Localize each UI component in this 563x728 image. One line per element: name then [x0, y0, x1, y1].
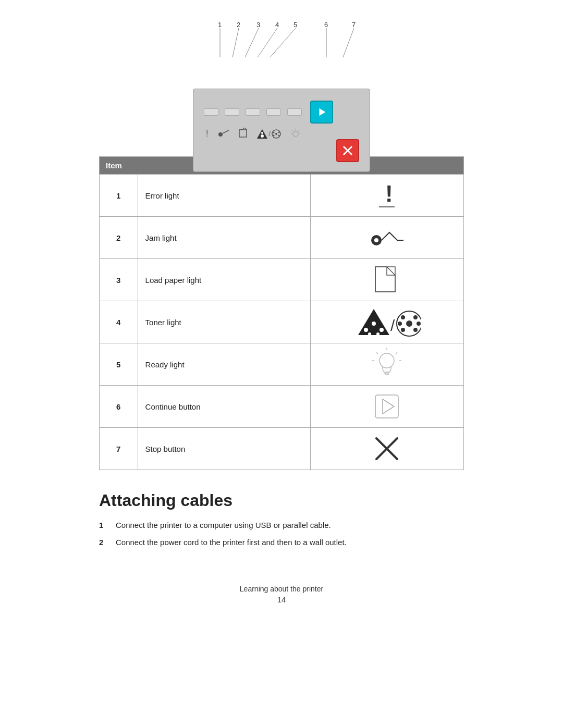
svg-marker-57	[383, 399, 394, 414]
row-icon	[310, 343, 463, 386]
svg-point-12	[261, 132, 263, 134]
svg-text:!: !	[385, 181, 393, 206]
row-icon: !	[310, 175, 463, 217]
svg-point-36	[380, 328, 384, 332]
row-label: Load paper light	[138, 259, 310, 301]
row-label: Continue button	[138, 386, 310, 428]
svg-point-17	[273, 134, 274, 136]
row-label: Stop button	[138, 428, 310, 470]
row-label: Ready light	[138, 343, 310, 386]
svg-point-18	[278, 134, 279, 136]
panel-icons-row: !	[193, 124, 370, 140]
printer-panel: !	[193, 89, 370, 172]
svg-point-37	[368, 332, 371, 336]
svg-point-16	[278, 131, 279, 133]
row-label: Error light	[138, 175, 310, 217]
row-icon	[310, 386, 463, 428]
svg-point-43	[413, 315, 418, 319]
row-num: 5	[100, 343, 138, 386]
footer-caption: Learning about the printer	[99, 585, 464, 593]
svg-rect-56	[375, 395, 398, 418]
printer-diagram: 1 2 3 4 5 6 7	[99, 21, 464, 141]
svg-point-11	[261, 134, 264, 138]
callout-lines	[193, 21, 370, 63]
svg-line-54	[376, 352, 378, 354]
section-title: Attaching cables	[99, 491, 464, 510]
step-num-1: 1	[99, 520, 108, 532]
step-2: 2 Connect the power cord to the printer …	[99, 537, 464, 549]
attaching-cables-section: Attaching cables 1 Connect the printer t…	[99, 491, 464, 553]
row-num: 6	[100, 386, 138, 428]
table-row: 5 Ready light	[100, 343, 464, 386]
row-label: Toner light	[138, 301, 310, 343]
svg-line-1	[232, 28, 239, 57]
page-number: 14	[99, 595, 464, 604]
svg-line-4	[270, 28, 296, 57]
table-row: 4 Toner light /	[100, 301, 464, 343]
svg-point-38	[376, 332, 380, 336]
svg-line-21	[292, 130, 293, 131]
step-num-2: 2	[99, 537, 108, 549]
step-text-1: Connect the printer to a computer using …	[116, 520, 331, 532]
row-num: 4	[100, 301, 138, 343]
svg-point-31	[374, 238, 378, 242]
led-5	[287, 108, 302, 116]
continue-button-panel	[310, 101, 333, 124]
svg-line-2	[245, 28, 259, 57]
row-num: 1	[100, 175, 138, 217]
svg-point-44	[401, 328, 405, 332]
svg-point-34	[364, 328, 368, 332]
stop-button-panel	[336, 139, 359, 162]
step-1: 1 Connect the printer to a computer usin…	[99, 520, 464, 532]
row-num: 7	[100, 428, 138, 470]
svg-point-45	[413, 328, 418, 332]
svg-point-19	[293, 131, 298, 137]
step-text-2: Connect the power cord to the printer fi…	[116, 537, 347, 549]
table-row: 1 Error light !	[100, 175, 464, 217]
svg-point-8	[218, 132, 223, 137]
items-table: Item 1 Error light ! 2 Jam light	[99, 156, 464, 470]
svg-line-3	[258, 28, 277, 57]
row-icon	[310, 217, 463, 259]
row-num: 3	[100, 259, 138, 301]
svg-rect-9	[239, 130, 247, 137]
steps-list: 1 Connect the printer to a computer usin…	[99, 520, 464, 548]
table-row: 3 Load paper light	[100, 259, 464, 301]
row-num: 2	[100, 217, 138, 259]
led-2	[225, 108, 239, 116]
svg-point-42	[401, 315, 405, 319]
table-row: 2 Jam light	[100, 217, 464, 259]
svg-line-6	[343, 28, 354, 57]
svg-line-52	[396, 352, 397, 354]
led-1	[204, 108, 218, 116]
table-row: 7 Stop button	[100, 428, 464, 470]
led-4	[266, 108, 281, 116]
svg-text:/: /	[390, 317, 395, 334]
svg-point-41	[406, 320, 412, 327]
svg-point-15	[273, 131, 274, 133]
page-footer: Learning about the printer 14	[99, 553, 464, 604]
svg-point-47	[417, 322, 421, 326]
svg-rect-32	[375, 267, 395, 292]
svg-point-35	[372, 322, 376, 326]
svg-point-46	[398, 322, 402, 326]
table-row: 6 Continue button	[100, 386, 464, 428]
svg-point-14	[275, 133, 277, 135]
row-label: Jam light	[138, 217, 310, 259]
svg-point-48	[380, 353, 394, 368]
row-icon	[310, 259, 463, 301]
row-icon	[310, 428, 463, 470]
svg-marker-7	[319, 108, 325, 116]
led-3	[246, 108, 260, 116]
svg-line-22	[298, 130, 299, 131]
row-icon: /	[310, 301, 463, 343]
